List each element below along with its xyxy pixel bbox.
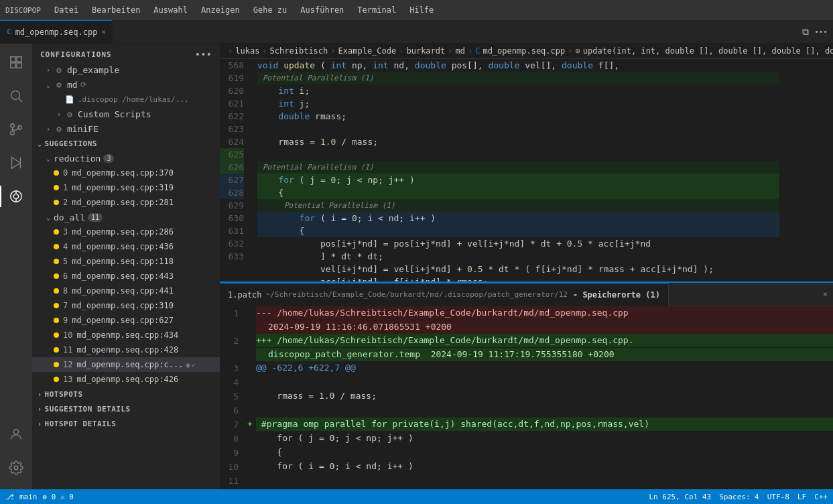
- svg-point-12: [13, 194, 18, 198]
- tree-item-custom-scripts[interactable]: › ⚙ Custom Scripts: [32, 107, 220, 121]
- do-all-item-4[interactable]: 4 md_openmp.seq.cpp:436: [32, 239, 220, 254]
- menu-gehe-zu[interactable]: Gehe zu: [248, 4, 293, 16]
- activity-account[interactable]: [0, 418, 32, 450]
- reduction-badge: 3: [103, 154, 114, 163]
- section-suggestion-details[interactable]: › SUGGESTION DETAILS: [32, 401, 220, 416]
- activity-explorer[interactable]: [0, 46, 32, 78]
- code-content[interactable]: void update ( int np, int nd, double pos…: [252, 59, 779, 281]
- diff-num-1: 1: [220, 306, 244, 320]
- panel-close-button[interactable]: ×: [818, 290, 833, 299]
- diff-num-6: 6: [220, 403, 244, 418]
- reduction-item-1[interactable]: 1 md_openmp.seq.cpp:319: [32, 180, 220, 195]
- menu-datei[interactable]: Datei: [49, 4, 84, 16]
- breadcrumb-filename[interactable]: md_openmp.seq.cpp: [483, 46, 565, 56]
- do-all-item-8[interactable]: 8 md_openmp.seq.cpp:441: [32, 284, 220, 298]
- tree-label-minife: miniFE: [67, 124, 99, 134]
- breadcrumb-example-code[interactable]: Example_Code: [338, 46, 397, 56]
- tab-actions: ⧉ •••: [797, 26, 833, 38]
- do-all-num-3: 3: [63, 227, 68, 237]
- code-editor[interactable]: 568 619 620 621 622 623 624 625 626 627 …: [220, 59, 833, 281]
- tree-item-reduction[interactable]: ⌄ reduction 3: [32, 151, 220, 166]
- code-line-619: int i;: [257, 84, 779, 97]
- panel-tab-bar: 1.patch ~/Schreibtisch/Example_Code/burk…: [220, 283, 833, 306]
- diff-text-10: for ( i = 0; i < nd; i++ ): [256, 460, 833, 473]
- sidebar-header: CONFIGURATIONS •••: [32, 44, 220, 62]
- eye-icon-12: ◉: [186, 361, 190, 369]
- reduction-file-2: md_openmp.seq.cpp:281: [72, 198, 174, 207]
- menu-auswahl[interactable]: Auswahl: [148, 4, 193, 16]
- tree-item-md[interactable]: ⌄ ⚙ md ⟳: [32, 77, 220, 92]
- activity-search[interactable]: [0, 80, 32, 112]
- do-all-item-3[interactable]: 3 md_openmp.seq.cpp:286: [32, 225, 220, 239]
- tab-md-openmp[interactable]: C md_openmp.seq.cpp ×: [0, 20, 113, 44]
- breadcrumb-file[interactable]: C: [475, 46, 480, 56]
- reduction-item-0[interactable]: 0 md_openmp.seq.cpp:370: [32, 166, 220, 180]
- split-editor-icon[interactable]: ⧉: [802, 26, 809, 38]
- diff-text-2b: discopop_patch_generator.temp 2024-09-19…: [256, 348, 833, 361]
- diff-text-7: #pragma omp parallel for private(i,j) sh…: [256, 418, 833, 431]
- sidebar-title: CONFIGURATIONS: [40, 50, 112, 59]
- diff-text-5: rmass = 1.0 / mass;: [256, 389, 833, 403]
- more-actions-icon[interactable]: •••: [814, 27, 828, 36]
- do-all-item-5[interactable]: 5 md_openmp.seq.cpp:118: [32, 254, 220, 269]
- tree-item-discopop[interactable]: 📄 .discopop /home/lukas/...: [32, 92, 220, 107]
- code-line-630: ] * dt * dt;: [257, 250, 779, 263]
- tree-item-do-all[interactable]: ⌄ do_all 11: [32, 210, 220, 225]
- do-all-item-13[interactable]: 13 md_openmp.seq.cpp:426: [32, 372, 220, 387]
- breadcrumb-function[interactable]: ⊙: [575, 46, 580, 56]
- do-all-file-13: md_openmp.seq.cpp:426: [76, 375, 178, 384]
- activity-run[interactable]: [0, 147, 32, 179]
- do-all-file-12: md_openmp.seq.cpp:c...: [76, 360, 183, 369]
- do-all-file-3: md_openmp.seq.cpp:286: [72, 227, 174, 237]
- panel-tab-patch[interactable]: 1.patch ~/Schreibtisch/Example_Code/burk…: [220, 283, 669, 306]
- gear-icon-minife: ⚙: [54, 124, 64, 134]
- tree-item-dp-example[interactable]: › ⚙ dp_example: [32, 62, 220, 77]
- activity-discopop[interactable]: [0, 180, 32, 212]
- breadcrumb-lukas[interactable]: lukas: [235, 46, 259, 56]
- activity-settings[interactable]: [0, 452, 32, 484]
- tree-arrow-dp-example: ›: [43, 66, 54, 74]
- diff-line-1: 1 --- /home/lukas/Schreibtisch/Example_C…: [220, 306, 833, 320]
- reduction-file-1: md_openmp.seq.cpp:319: [72, 183, 174, 192]
- panel-content[interactable]: 1 --- /home/lukas/Schreibtisch/Example_C…: [220, 306, 833, 489]
- menu-hilfe[interactable]: Hilfe: [404, 4, 439, 16]
- diff-num-2b: [220, 348, 244, 349]
- menu-bearbeiten[interactable]: Bearbeiten: [86, 4, 145, 16]
- do-all-item-7[interactable]: 7 md_openmp.seq.cpp:310: [32, 298, 220, 313]
- do-all-item-11[interactable]: 11 md_openmp.seq.cpp:428: [32, 342, 220, 357]
- svg-rect-2: [11, 63, 15, 68]
- do-all-item-9[interactable]: 9 md_openmp.seq.cpp:627: [32, 313, 220, 328]
- tab-close-button[interactable]: ×: [101, 28, 105, 36]
- breadcrumb-function-name[interactable]: update(int, int, double [], double [], d…: [583, 46, 833, 56]
- bottom-panel: 1.patch ~/Schreibtisch/Example_Code/burk…: [220, 281, 833, 489]
- menu-anzeigen[interactable]: Anzeigen: [196, 4, 245, 16]
- breadcrumb-burkardt[interactable]: burkardt: [406, 46, 445, 56]
- diff-text-3: @@ -622,6 +622,7 @@: [256, 361, 833, 375]
- suggestion-dot-6: [54, 273, 59, 279]
- activity-git[interactable]: [0, 113, 32, 145]
- section-hotspot-details[interactable]: › HOTSPOT DETAILS: [32, 416, 220, 431]
- section-hotspots[interactable]: › HOTSPOTS: [32, 387, 220, 401]
- gear-icon-custom: ⚙: [64, 109, 75, 119]
- reduction-num-0: 0: [63, 168, 68, 178]
- tree-label-do-all: do_all: [54, 212, 85, 223]
- do-all-item-6[interactable]: 6 md_openmp.seq.cpp:443: [32, 269, 220, 284]
- pp-annotation-1: Potential Parallelism (1): [257, 72, 779, 84]
- sidebar-more-icon[interactable]: •••: [195, 49, 212, 60]
- do-all-item-10[interactable]: 10 md_openmp.seq.cpp:434: [32, 328, 220, 342]
- menu-terminal[interactable]: Terminal: [352, 4, 401, 16]
- do-all-item-12[interactable]: 12 md_openmp.seq.cpp:c... ◉ ✓: [32, 357, 220, 372]
- section-suggestions[interactable]: ⌄ SUGGESTIONS: [32, 136, 220, 151]
- breadcrumb: › lukas › Schreibtisch › Example_Code › …: [220, 44, 833, 59]
- suggestion-dot-3: [54, 229, 59, 235]
- diff-line-8: 8 for ( j = 0; j < np; j++ ): [220, 432, 833, 446]
- section-arrow-hotspots: ›: [38, 391, 42, 398]
- reduction-item-2[interactable]: 2 md_openmp.seq.cpp:281: [32, 195, 220, 210]
- breadcrumb-schreibtisch[interactable]: Schreibtisch: [270, 46, 328, 56]
- tree-item-minife[interactable]: › ⚙ miniFE: [32, 121, 220, 136]
- status-language: C++: [814, 493, 828, 501]
- menu-ausfuehren[interactable]: Ausführen: [295, 4, 349, 16]
- breadcrumb-md[interactable]: md: [456, 46, 465, 56]
- do-all-num-7: 7: [63, 301, 68, 310]
- pp-annotation-2: Potential Parallelism (1): [257, 161, 779, 174]
